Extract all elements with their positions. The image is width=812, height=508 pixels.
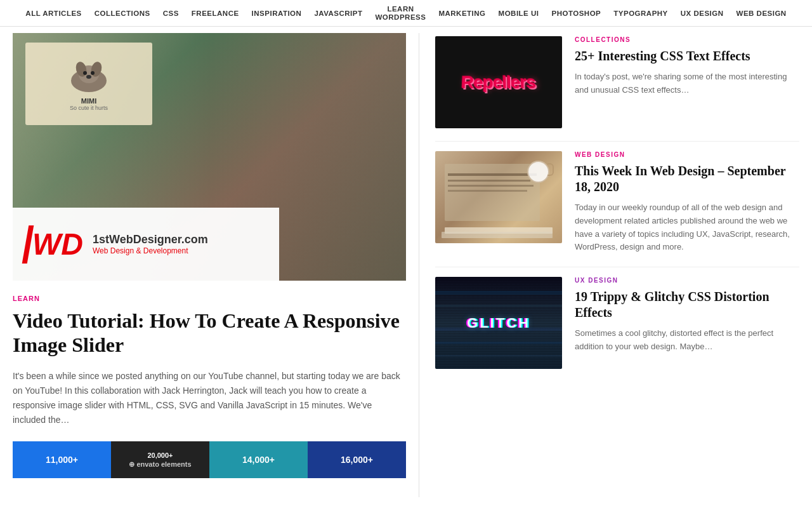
card-content-3: UX DESIGN 19 Trippy & Glitchy CSS Distor… (575, 277, 799, 369)
featured-image[interactable]: MIMI So cute it hurts WD 1stWebDesigner.… (13, 33, 406, 281)
mug-circle (527, 161, 549, 183)
card-category-1[interactable]: COLLECTIONS (575, 36, 799, 43)
newspaper-bg (445, 164, 540, 221)
nav-item-collections[interactable]: COLLECTIONS (88, 10, 157, 17)
card-excerpt-3: Sometimes a cool glitchy, distorted effe… (575, 327, 799, 354)
nav-item-photoshop[interactable]: PHOTOSHOP (545, 10, 607, 17)
card-content-2: WEB DESIGN This Week In Web Design – Sep… (575, 151, 799, 254)
stat-value-1: 11,000+ (46, 455, 78, 465)
page-wrapper: MIMI So cute it hurts WD 1stWebDesigner.… (0, 27, 812, 497)
thumb-glitch: GLITCH (435, 277, 562, 369)
nav-item-javascript[interactable]: JAVASCRIPT (308, 10, 369, 17)
mug-handle (547, 163, 554, 176)
wd-tagline: Web Design & Development (93, 246, 208, 255)
glitch-text: GLITCH (467, 315, 530, 331)
stat-value-2: 20,000+ (147, 451, 173, 459)
card-thumb-3: GLITCH (435, 277, 562, 369)
card-category-2[interactable]: WEB DESIGN (575, 151, 799, 158)
card-thumb-1: Repellers (435, 36, 562, 128)
right-column: Repellers COLLECTIONS 25+ Interesting CS… (419, 27, 812, 497)
nav-item-marketing[interactable]: MARKETING (432, 10, 492, 17)
wd-logo: WD (25, 225, 83, 264)
nav-item-ux-design[interactable]: UX DESIGN (674, 10, 730, 17)
card-thumb-2 (435, 151, 562, 243)
paper-line-2 (448, 180, 530, 182)
dog-sign-text: MIMI (81, 97, 96, 105)
card-title-1[interactable]: 25+ Interesting CSS Text Effects (575, 48, 799, 64)
dog-icon (63, 57, 114, 95)
paper-line-4 (448, 190, 527, 192)
paper-line-3 (448, 185, 534, 187)
featured-category[interactable]: LEARN (13, 295, 406, 302)
nav-item-inspiration[interactable]: INSPIRATION (246, 10, 308, 17)
nav-item-learn-wordpress[interactable]: LEARNWORDPRESS (369, 5, 433, 21)
dog-sign: MIMI So cute it hurts (25, 43, 152, 125)
card-excerpt-2: Today in our weekly roundup of all of th… (575, 201, 799, 254)
left-column: MIMI So cute it hurts WD 1stWebDesigner.… (0, 27, 419, 497)
stat-item-1: 11,000+ (13, 441, 111, 478)
envato-logo: ⊕ envato elements (129, 460, 191, 469)
svg-point-4 (83, 71, 87, 75)
nav-item-typography[interactable]: TYPOGRAPHY (607, 10, 674, 17)
stat-item-3: 14,000+ (209, 441, 308, 478)
card-excerpt-1: In today's post, we're sharing some of t… (575, 70, 799, 97)
featured-excerpt: It's been a while since we posted anythi… (13, 369, 406, 427)
wd-right-text: 1stWebDesigner.com Web Design & Developm… (93, 233, 208, 255)
nav-item-css[interactable]: CSS (157, 10, 185, 17)
svg-point-6 (86, 75, 91, 79)
stat-value-4: 16,000+ (341, 455, 373, 465)
dog-sign-subtext: So cute it hurts (70, 105, 108, 111)
wd-site-name: 1stWebDesigner.com (93, 233, 208, 246)
stat-item-4: 16,000+ (308, 441, 406, 478)
card-category-3[interactable]: UX DESIGN (575, 277, 799, 284)
article-card-3[interactable]: GLITCH UX DESIGN 19 Trippy & Glitchy CSS… (435, 277, 799, 382)
wd-logo-box[interactable]: WD 1stWebDesigner.com Web Design & Devel… (13, 208, 279, 281)
stat-value-3: 14,000+ (242, 455, 275, 465)
article-card-2[interactable]: WEB DESIGN This Week In Web Design – Sep… (435, 151, 799, 267)
svg-point-5 (91, 71, 95, 75)
card-content-1: COLLECTIONS 25+ Interesting CSS Text Eff… (575, 36, 799, 128)
main-nav: ALL ARTICLES COLLECTIONS CSS FREELANCE I… (0, 0, 812, 27)
article-card-1[interactable]: Repellers COLLECTIONS 25+ Interesting CS… (435, 36, 799, 142)
thumb-css-text: Repellers (435, 36, 562, 128)
stack-paper-2 (442, 232, 553, 238)
featured-title[interactable]: Video Tutorial: How To Create A Responsi… (13, 309, 406, 358)
nav-item-freelance[interactable]: FREELANCE (185, 10, 246, 17)
paper-line-1 (448, 173, 537, 176)
stats-bar: 11,000+ 20,000+ ⊕ envato elements 14,000… (13, 441, 406, 478)
card-title-2[interactable]: This Week In Web Design – September 18, … (575, 163, 799, 195)
nav-item-mobile-ui[interactable]: MOBILE UI (492, 10, 546, 17)
thumb-webdesign (435, 151, 562, 243)
nav-item-all-articles[interactable]: ALL ARTICLES (19, 10, 88, 17)
card-title-3[interactable]: 19 Trippy & Glitchy CSS Distortion Effec… (575, 289, 799, 321)
stat-item-2: 20,000+ ⊕ envato elements (111, 441, 209, 478)
wd-letters: WD (32, 229, 83, 260)
css-text-word: Repellers (461, 72, 537, 93)
nav-item-web-design[interactable]: WEB DESIGN (730, 10, 793, 17)
